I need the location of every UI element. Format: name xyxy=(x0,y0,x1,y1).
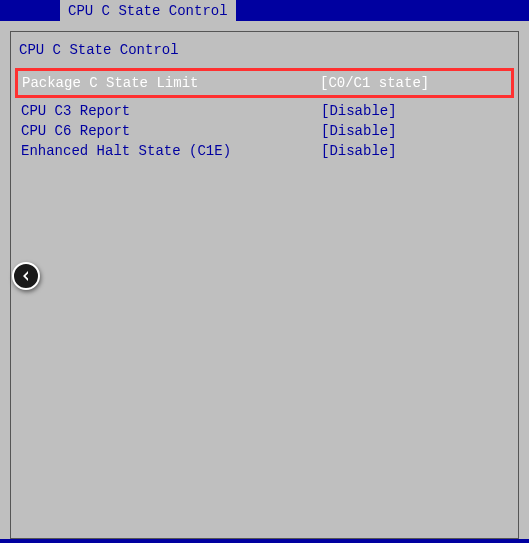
setting-value: [Disable] xyxy=(321,143,397,159)
setting-value: [Disable] xyxy=(321,123,397,139)
content-area: CPU C State Control Package C State Limi… xyxy=(0,21,529,543)
back-button[interactable] xyxy=(12,262,40,290)
setting-label: CPU C3 Report xyxy=(21,103,321,119)
chevron-left-icon xyxy=(21,271,31,281)
header-bar: CPU C State Control xyxy=(0,0,529,21)
tab-label: CPU C State Control xyxy=(68,3,228,19)
setting-value: [C0/C1 state] xyxy=(320,75,429,91)
setting-row-cpu-c3-report[interactable]: CPU C3 Report [Disable] xyxy=(11,101,518,121)
setting-row-enhanced-halt-state[interactable]: Enhanced Halt State (C1E) [Disable] xyxy=(11,141,518,161)
setting-row-cpu-c6-report[interactable]: CPU C6 Report [Disable] xyxy=(11,121,518,141)
setting-label: Enhanced Halt State (C1E) xyxy=(21,143,321,159)
setting-label: Package C State Limit xyxy=(22,75,320,91)
section-title: CPU C State Control xyxy=(11,32,518,68)
setting-value: [Disable] xyxy=(321,103,397,119)
settings-panel: CPU C State Control Package C State Limi… xyxy=(10,31,519,539)
setting-row-package-c-state-limit[interactable]: Package C State Limit [C0/C1 state] xyxy=(15,68,514,98)
tab-cpu-c-state-control[interactable]: CPU C State Control xyxy=(60,0,236,21)
bottom-bar xyxy=(0,539,529,543)
setting-label: CPU C6 Report xyxy=(21,123,321,139)
